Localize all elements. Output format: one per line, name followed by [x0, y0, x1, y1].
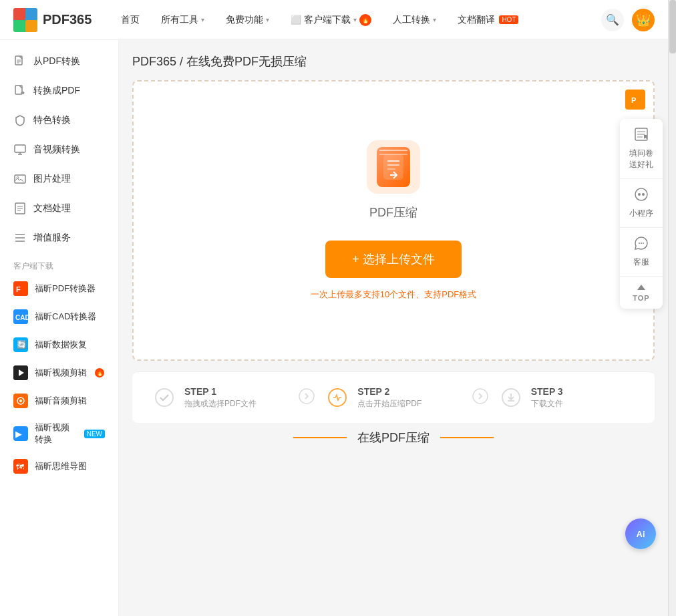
step3-download-icon: [499, 386, 523, 410]
scrollbar-thumb[interactable]: [669, 0, 676, 53]
logo-icon: [13, 8, 37, 32]
sidebar-item-special-convert[interactable]: 特色转换: [0, 106, 118, 135]
svg-text:CAD: CAD: [15, 314, 28, 321]
scrollbar[interactable]: [668, 0, 676, 616]
title-line-right: [440, 437, 494, 438]
user-avatar-button[interactable]: 👑: [632, 9, 655, 31]
steps-bar: STEP 1 拖拽或选择PDF文件 STEP 2 点击开始压缩PDF STEP: [132, 371, 655, 423]
svg-point-58: [641, 243, 642, 244]
questionnaire-icon: [634, 127, 649, 145]
from-pdf-icon: [13, 55, 27, 68]
svg-point-56: [642, 193, 645, 196]
svg-point-32: [19, 400, 22, 402]
foxit-cad-icon: CAD: [13, 309, 28, 324]
nav-download[interactable]: ⬜ 客户端下载 ▾ 🔥: [281, 9, 381, 31]
svg-point-57: [639, 243, 640, 244]
breadcrumb: PDF365 / 在线免费PDF无损压缩: [132, 53, 655, 69]
sidebar-client-foxit-audio[interactable]: 福昕音频剪辑: [0, 387, 118, 415]
panel-customer-service[interactable]: 客服: [620, 228, 663, 277]
sidebar: 从PDF转换 转换成PDF 特色转换 音视频转换 图片处理 文档处理 增值服: [0, 40, 119, 616]
list-icon: [13, 231, 27, 245]
pdf-compress-icon: [377, 147, 410, 187]
svg-rect-10: [15, 145, 25, 152]
sidebar-client-foxit-recovery[interactable]: 🔄 福昕数据恢复: [0, 331, 118, 359]
client-section-label: 客户端下载: [0, 253, 118, 275]
header: PDF365 首页 所有工具 ▾ 免费功能 ▾ ⬜ 客户端下载 ▾ 🔥 人工转换…: [0, 0, 668, 40]
mini-program-label: 小程序: [629, 208, 653, 219]
upload-area: P PDF压缩 + 选择上传文件 一次上传最多支持10个文件、支持PDF格式: [132, 80, 655, 361]
chevron-down-icon: ▾: [353, 16, 357, 23]
to-pdf-icon: [13, 84, 27, 98]
search-button[interactable]: 🔍: [601, 9, 624, 31]
nav-manual-convert[interactable]: 人工转换 ▾: [383, 9, 446, 31]
panel-mini-program[interactable]: 小程序: [620, 179, 663, 228]
sidebar-client-foxit-mindmap[interactable]: 🗺 福昕思维导图: [0, 452, 118, 480]
foxit-mindmap-icon: 🗺: [13, 459, 28, 474]
svg-point-44: [156, 389, 173, 406]
logo[interactable]: PDF365: [13, 8, 92, 32]
svg-point-54: [635, 188, 647, 200]
svg-point-47: [473, 389, 488, 404]
step2-text: STEP 2 点击开始压缩PDF: [357, 386, 421, 410]
foxit-recovery-icon: 🔄: [13, 337, 28, 352]
svg-point-59: [643, 243, 644, 244]
svg-rect-1: [25, 8, 37, 20]
pdf-compress-icon-wrap: [367, 140, 420, 194]
upload-hint: 一次上传最多支持10个文件、支持PDF格式: [311, 289, 476, 301]
foxit-video-convert-icon: ▶: [13, 426, 28, 441]
svg-rect-0: [13, 8, 25, 20]
svg-rect-3: [25, 20, 37, 32]
pdf-compress-label: PDF压缩: [369, 204, 417, 220]
step2-icon: [325, 386, 349, 410]
panel-questionnaire[interactable]: 填问卷送好礼: [620, 119, 663, 179]
step-2: STEP 2 点击开始压缩PDF: [325, 386, 461, 410]
shield-icon: [13, 114, 27, 127]
new-badge: NEW: [84, 430, 105, 438]
sidebar-item-from-pdf[interactable]: 从PDF转换: [0, 47, 118, 76]
customer-service-icon: [634, 236, 649, 254]
foxit-video-edit-icon: [13, 365, 28, 380]
fire-badge-small: 🔥: [95, 368, 104, 377]
nav-all-tools[interactable]: 所有工具 ▾: [152, 9, 214, 31]
sidebar-client-foxit-pdf[interactable]: F 福昕PDF转换器: [0, 275, 118, 303]
sidebar-client-foxit-cad[interactable]: CAD 福昕CAD转换器: [0, 303, 118, 331]
svg-text:F: F: [16, 285, 21, 293]
logo-text: PDF365: [43, 12, 92, 27]
svg-text:🔄: 🔄: [17, 339, 27, 349]
svg-rect-39: [383, 154, 403, 180]
step-1: STEP 1 拖拽或选择PDF文件: [152, 386, 288, 410]
foxit-pdf-icon: F: [13, 281, 28, 296]
svg-point-45: [299, 389, 314, 404]
customer-service-label: 客服: [633, 257, 649, 268]
top-button[interactable]: TOP: [620, 277, 663, 309]
main-content: PDF365 / 在线免费PDF无损压缩 P PDF压缩 + 选择上传文件 一次…: [119, 40, 668, 616]
svg-text:🗺: 🗺: [16, 462, 24, 472]
foxit-audio-icon: [13, 394, 28, 408]
svg-rect-2: [13, 20, 25, 32]
nav-free-features[interactable]: 免费功能 ▾: [216, 9, 279, 31]
sidebar-item-av-convert[interactable]: 音视频转换: [0, 135, 118, 164]
step-arrow-2: [472, 388, 488, 408]
sidebar-client-foxit-video-convert[interactable]: ▶ 福昕视频转换 NEW: [0, 415, 118, 452]
sidebar-item-vip[interactable]: 增值服务: [0, 223, 118, 253]
fire-badge: 🔥: [359, 14, 371, 26]
svg-point-55: [638, 193, 641, 196]
nav-home[interactable]: 首页: [112, 9, 149, 31]
mini-program-icon: [634, 187, 649, 205]
image-icon: [13, 172, 27, 186]
nav-doc-translate[interactable]: 文档翻译 HOT: [448, 9, 528, 31]
sidebar-item-doc[interactable]: 文档处理: [0, 194, 118, 223]
step3-text: STEP 3 下载文件: [531, 386, 563, 410]
doc-icon: [13, 202, 27, 215]
section-title: 在线PDF压缩: [132, 430, 655, 452]
sidebar-item-to-pdf[interactable]: 转换成PDF: [0, 76, 118, 106]
sidebar-client-foxit-video-edit[interactable]: 福昕视频剪辑 🔥: [0, 359, 118, 387]
ai-bubble[interactable]: Ai: [625, 518, 656, 549]
step-arrow-1: [299, 388, 315, 408]
sidebar-item-image[interactable]: 图片处理: [0, 164, 118, 194]
svg-text:P: P: [631, 96, 636, 104]
title-line-left: [293, 437, 347, 438]
step1-check-icon: [152, 386, 176, 410]
arrow-up-icon: [636, 283, 647, 291]
upload-button[interactable]: + 选择上传文件: [325, 241, 462, 278]
